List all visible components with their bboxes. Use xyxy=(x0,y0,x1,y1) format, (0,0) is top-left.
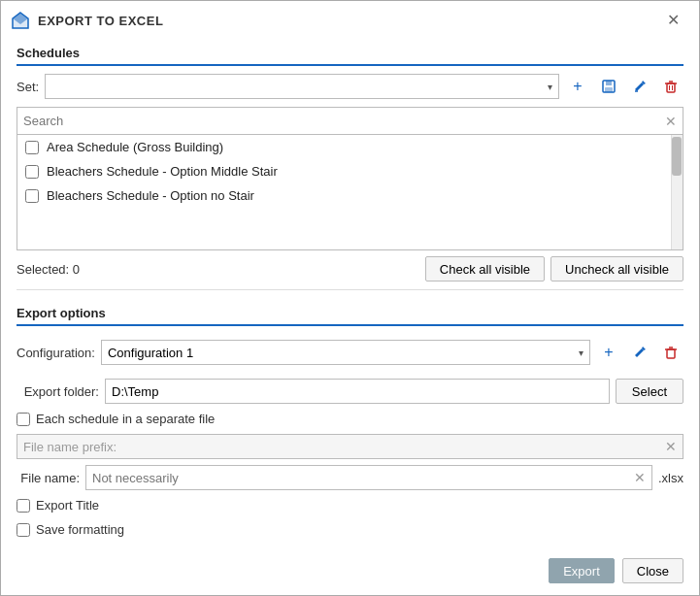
app-logo xyxy=(11,11,30,30)
export-folder-row: Export folder: Select xyxy=(17,379,683,404)
scrollbar[interactable] xyxy=(671,135,683,249)
search-box: ✕ xyxy=(17,107,683,134)
filename-clear-icon[interactable]: ✕ xyxy=(634,470,646,485)
schedule-checkbox-2[interactable] xyxy=(25,189,39,203)
filename-input-wrapper: ✕ xyxy=(85,465,652,490)
edit-config-icon xyxy=(632,345,648,360)
svg-rect-12 xyxy=(667,349,675,358)
scrollbar-thumb xyxy=(672,137,682,176)
export-title-row: Export Title xyxy=(17,496,683,514)
footer: Export Close xyxy=(1,550,699,595)
export-to-excel-dialog: EXPORT TO EXCEL ✕ Schedules Set: ▾ + xyxy=(0,0,700,596)
config-row: Configuration: Configuration 1 ▾ Configu… xyxy=(17,340,683,365)
svg-rect-5 xyxy=(605,87,613,92)
delete-config-icon xyxy=(663,345,679,360)
uncheck-all-visible-button[interactable]: Uncheck all visible xyxy=(550,256,683,281)
set-label: Set: xyxy=(17,80,39,94)
separate-file-checkbox[interactable] xyxy=(17,413,30,426)
export-title-checkbox[interactable] xyxy=(17,499,30,513)
edit-icon xyxy=(632,79,648,94)
export-options-header: Export options xyxy=(17,298,683,326)
close-dialog-button[interactable]: ✕ xyxy=(661,11,685,30)
schedule-checkbox-0[interactable] xyxy=(25,141,39,154)
dialog-title: EXPORT TO EXCEL xyxy=(38,14,653,28)
schedule-label-1: Bleachers Schedule - Option Middle Stair xyxy=(47,164,278,179)
close-button[interactable]: Close xyxy=(622,558,683,583)
export-options-section: Export options Configuration: Configurat… xyxy=(17,298,683,539)
edit-set-button[interactable] xyxy=(627,74,652,99)
schedules-section: Schedules Set: ▾ + xyxy=(17,38,683,285)
set-combobox[interactable]: ▾ xyxy=(45,74,559,99)
search-clear-icon[interactable]: ✕ xyxy=(665,114,677,129)
export-title-label[interactable]: Export Title xyxy=(36,498,99,513)
folder-label: Export folder: xyxy=(17,384,99,399)
selected-row: Selected: 0 Check all visible Uncheck al… xyxy=(17,250,683,285)
search-input[interactable] xyxy=(23,114,665,128)
config-combobox[interactable]: Configuration 1 ▾ Configuration 1 xyxy=(101,340,590,365)
dialog-body: Schedules Set: ▾ + xyxy=(1,38,699,550)
delete-config-button[interactable] xyxy=(658,340,683,365)
selected-count: Selected: 0 xyxy=(17,262,80,277)
filename-label: File name: xyxy=(17,471,80,485)
filename-row: File name: ✕ .xlsx xyxy=(17,465,683,490)
add-config-button[interactable]: + xyxy=(596,340,621,365)
delete-set-button[interactable] xyxy=(658,74,683,99)
title-bar: EXPORT TO EXCEL ✕ xyxy=(1,1,699,38)
export-button[interactable]: Export xyxy=(549,558,615,583)
separate-file-label[interactable]: Each schedule in a separate file xyxy=(36,412,215,426)
schedule-checkbox-1[interactable] xyxy=(25,165,39,179)
edit-config-button[interactable] xyxy=(627,340,652,365)
check-buttons: Check all visible Uncheck all visible xyxy=(425,256,683,281)
schedule-label-0: Area Schedule (Gross Building) xyxy=(47,140,223,154)
filename-input[interactable] xyxy=(92,471,630,485)
separate-file-row: Each schedule in a separate file xyxy=(17,410,683,428)
schedule-label-2: Bleachers Schedule - Option no Stair xyxy=(47,188,254,203)
file-prefix-label: File name prefix: xyxy=(23,440,659,454)
check-all-visible-button[interactable]: Check all visible xyxy=(425,256,545,281)
delete-icon xyxy=(663,79,679,94)
set-row: Set: ▾ + xyxy=(17,74,683,99)
section-divider xyxy=(17,289,683,290)
prefix-clear-icon[interactable]: ✕ xyxy=(665,439,677,454)
schedules-section-header: Schedules xyxy=(17,38,683,66)
save-formatting-label[interactable]: Save formatting xyxy=(36,522,124,537)
filename-extension: .xlsx xyxy=(658,471,683,485)
schedule-list: Area Schedule (Gross Building) Bleachers… xyxy=(17,134,683,250)
save-formatting-row: Save formatting xyxy=(17,520,683,539)
svg-rect-7 xyxy=(667,83,675,92)
save-icon xyxy=(601,79,617,94)
list-item: Area Schedule (Gross Building) xyxy=(17,135,683,159)
svg-rect-4 xyxy=(606,81,612,85)
file-prefix-row[interactable]: File name prefix: ✕ xyxy=(17,434,683,459)
save-formatting-checkbox[interactable] xyxy=(17,523,30,537)
add-set-button[interactable]: + xyxy=(565,74,590,99)
save-set-button[interactable] xyxy=(596,74,621,99)
config-label: Configuration: xyxy=(17,346,95,360)
folder-input[interactable] xyxy=(105,379,610,404)
list-item: Bleachers Schedule - Option no Stair xyxy=(17,183,683,208)
list-item: Bleachers Schedule - Option Middle Stair xyxy=(17,159,683,183)
select-folder-button[interactable]: Select xyxy=(616,379,683,404)
